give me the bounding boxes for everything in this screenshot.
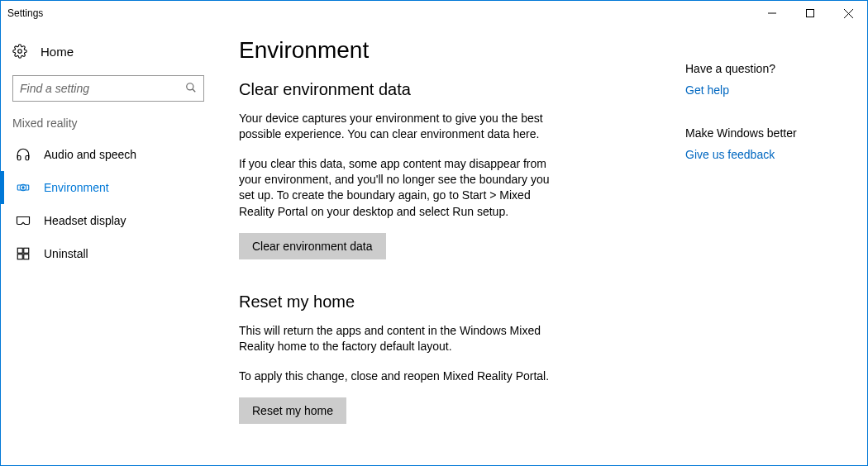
sidebar-item-headset-display[interactable]: Headset display — [1, 204, 224, 237]
home-button[interactable]: Home — [1, 34, 224, 69]
svg-point-9 — [22, 187, 24, 188]
section-heading: Clear environment data — [239, 80, 677, 99]
reset-my-home-button[interactable]: Reset my home — [239, 397, 346, 424]
close-icon — [844, 9, 853, 18]
gear-icon — [12, 44, 27, 59]
search-wrap — [1, 69, 224, 116]
get-help-link[interactable]: Get help — [685, 83, 797, 97]
minimize-button[interactable] — [753, 1, 791, 26]
sidebar-item-label: Headset display — [44, 214, 126, 227]
sidebar: Home Mixed reality Audio and speech Envi… — [1, 26, 224, 465]
page-title: Environment — [239, 37, 677, 64]
search-box[interactable] — [12, 75, 204, 102]
svg-point-4 — [18, 50, 22, 54]
svg-rect-12 — [17, 254, 22, 259]
feedback-heading: Make Windows better — [685, 126, 797, 140]
svg-line-6 — [193, 88, 196, 92]
svg-rect-10 — [17, 248, 22, 253]
svg-point-5 — [187, 83, 193, 89]
headset-icon — [16, 215, 31, 226]
section-text: Your device captures your environment to… — [239, 111, 553, 143]
sidebar-item-uninstall[interactable]: Uninstall — [1, 237, 224, 270]
sidebar-item-audio-and-speech[interactable]: Audio and speech — [1, 138, 224, 171]
search-input[interactable] — [20, 82, 185, 95]
help-panel: Have a question? Get help Make Windows b… — [677, 37, 797, 465]
main-content: Environment Clear environment data Your … — [239, 37, 677, 465]
environment-icon — [16, 180, 31, 195]
search-icon — [185, 82, 197, 96]
maximize-button[interactable] — [791, 1, 829, 26]
sidebar-item-label: Environment — [44, 181, 109, 194]
maximize-icon — [806, 9, 814, 17]
clear-environment-data-button[interactable]: Clear environment data — [239, 233, 386, 259]
home-label: Home — [41, 45, 74, 59]
section-text: This will return the apps and content in… — [239, 323, 553, 355]
svg-rect-11 — [24, 248, 29, 253]
close-button[interactable] — [829, 1, 867, 26]
help-heading: Have a question? — [685, 62, 797, 75]
feedback-block: Make Windows better Give us feedback — [685, 126, 797, 161]
svg-rect-13 — [24, 254, 29, 259]
uninstall-icon — [16, 246, 31, 261]
give-feedback-link[interactable]: Give us feedback — [685, 148, 797, 161]
section-text: To apply this change, close and reopen M… — [239, 369, 553, 384]
content: Home Mixed reality Audio and speech Envi… — [1, 26, 867, 465]
window-title: Settings — [7, 7, 43, 19]
category-label: Mixed reality — [1, 116, 224, 138]
help-block: Have a question? Get help — [685, 62, 797, 97]
sidebar-item-label: Uninstall — [44, 247, 88, 260]
minimize-icon — [768, 9, 776, 17]
window-controls — [753, 1, 867, 26]
svg-rect-1 — [807, 10, 814, 17]
section-text: If you clear this data, some app content… — [239, 156, 553, 220]
main: Environment Clear environment data Your … — [224, 26, 867, 465]
sidebar-item-label: Audio and speech — [44, 148, 136, 161]
section-heading: Reset my home — [239, 292, 677, 311]
sidebar-item-environment[interactable]: Environment — [1, 171, 224, 204]
titlebar: Settings — [1, 1, 867, 26]
headphones-icon — [16, 147, 31, 162]
